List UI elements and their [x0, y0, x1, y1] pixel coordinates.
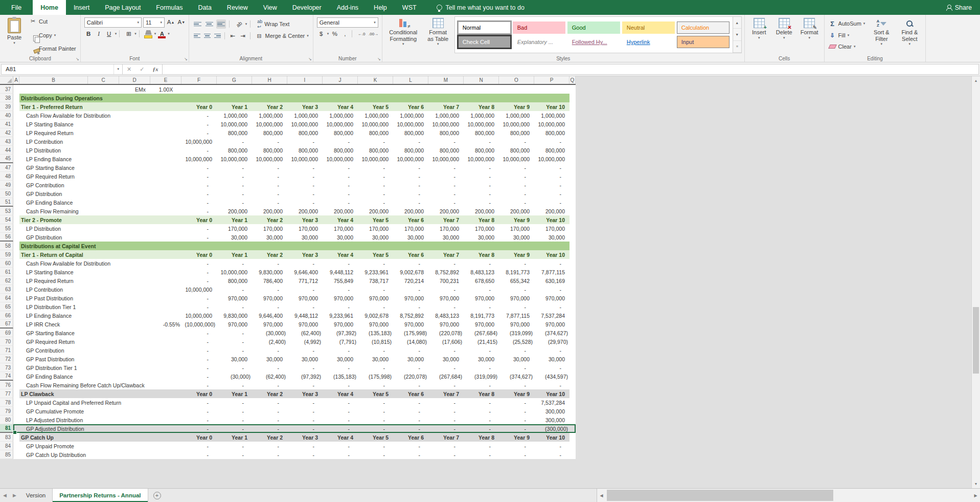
cell[interactable]: - — [393, 181, 428, 189]
cell[interactable] — [13, 259, 19, 268]
cell[interactable] — [569, 416, 576, 424]
row-header-43[interactable]: 43 — [0, 137, 13, 146]
name-box-dropdown[interactable]: ▾ — [113, 64, 122, 74]
row-header-58[interactable]: 58 — [0, 242, 13, 250]
cell[interactable]: LP Ending Balance — [19, 311, 119, 320]
cell[interactable] — [569, 172, 576, 181]
cell[interactable]: - — [181, 363, 217, 372]
cell[interactable]: - — [464, 424, 499, 433]
delete-cells-button[interactable]: ✕Delete▾ — [772, 16, 796, 53]
cell[interactable]: 800,000 — [358, 146, 393, 155]
cell[interactable]: - — [217, 337, 252, 346]
cell[interactable]: (14,080) — [393, 337, 428, 346]
cell[interactable]: (29,970) — [534, 337, 569, 346]
cell[interactable]: 9,448,112 — [287, 311, 323, 320]
cell[interactable]: - — [358, 442, 393, 450]
cell[interactable]: Year 3 — [287, 215, 323, 224]
cell[interactable]: 10,000,000 — [393, 120, 428, 128]
cell[interactable] — [569, 259, 576, 268]
cell[interactable]: 10,000,000 — [499, 120, 534, 128]
cell[interactable] — [569, 302, 576, 311]
ribbon-tab-data[interactable]: Data — [190, 0, 219, 15]
cell[interactable] — [13, 311, 19, 320]
cell[interactable]: - — [358, 198, 393, 207]
scroll-right-arrow[interactable]: ▶ — [971, 493, 980, 498]
gallery-scroll-up[interactable]: ▲ — [733, 17, 741, 29]
scroll-down-arrow[interactable]: ▼ — [972, 479, 980, 488]
fill-color-button[interactable] — [144, 29, 153, 38]
cell[interactable]: 30,000 — [499, 233, 534, 242]
cell[interactable] — [569, 146, 576, 155]
cell[interactable]: 170,000 — [217, 224, 252, 233]
cell[interactable]: 10,000,000 — [217, 268, 252, 276]
cell[interactable]: - — [323, 181, 358, 189]
cell[interactable]: - — [252, 363, 287, 372]
cell[interactable]: - — [534, 259, 569, 268]
number-dialog-launcher[interactable]: ↘ — [377, 57, 381, 61]
cell[interactable]: 200,000 — [393, 207, 428, 215]
cell[interactable]: - — [393, 198, 428, 207]
cell[interactable]: 738,717 — [358, 276, 393, 285]
row-header-69[interactable]: 69 — [0, 329, 13, 337]
cell[interactable]: 200,000 — [499, 207, 534, 215]
column-header-M[interactable]: M — [428, 76, 464, 84]
cell[interactable] — [119, 198, 150, 207]
font-family-select[interactable]: Calibri▾ — [84, 17, 142, 28]
cell[interactable]: 800,000 — [393, 128, 428, 137]
cell[interactable]: Year 6 — [393, 215, 428, 224]
cell[interactable]: - — [181, 424, 217, 433]
align-left-button[interactable] — [193, 31, 201, 40]
column-header-O[interactable]: O — [499, 76, 534, 84]
cell[interactable]: Year 8 — [464, 250, 499, 259]
cell[interactable]: 10,000,000 — [181, 137, 217, 146]
cell[interactable]: Year 9 — [499, 389, 534, 398]
cell[interactable]: - — [181, 268, 217, 276]
cell[interactable]: - — [181, 189, 217, 198]
cell[interactable] — [13, 294, 19, 302]
fill-button[interactable]: ⇩Fill▾ — [827, 32, 867, 39]
decrease-indent-button[interactable]: ⇤ — [229, 31, 237, 40]
cell[interactable]: Year 1 — [217, 215, 252, 224]
cell[interactable]: - — [393, 407, 428, 416]
cell[interactable]: - — [287, 137, 323, 146]
cell[interactable]: 9,830,000 — [217, 311, 252, 320]
orientation-button[interactable]: ab — [233, 18, 245, 31]
cell[interactable]: - — [428, 398, 464, 407]
cell[interactable] — [13, 155, 19, 163]
row-header-49[interactable]: 49 — [0, 181, 13, 189]
cell[interactable] — [569, 242, 576, 250]
cell[interactable]: Cash Flow Available for Distribution — [19, 259, 119, 268]
cell[interactable]: - — [287, 398, 323, 407]
cell[interactable]: - — [181, 198, 217, 207]
row-header-56[interactable]: 56 — [0, 233, 13, 242]
cell[interactable] — [150, 189, 181, 198]
cell[interactable] — [13, 424, 19, 433]
cell[interactable]: (300,000) — [534, 424, 569, 433]
cell[interactable]: LP Unpaid Capital and Preferred Return — [19, 398, 119, 407]
cell[interactable] — [569, 224, 576, 233]
column-header-A[interactable]: A — [13, 76, 19, 84]
cell[interactable]: - — [217, 181, 252, 189]
conditional-formatting-button[interactable]: ≠ Conditional Formatting▾ — [385, 16, 422, 53]
cell[interactable]: 1.00X — [150, 85, 181, 94]
cell[interactable] — [150, 224, 181, 233]
cell[interactable]: (21,415) — [464, 337, 499, 346]
cell[interactable]: 800,000 — [464, 146, 499, 155]
middle-align-button[interactable] — [204, 19, 214, 29]
cell[interactable]: 30,000 — [428, 233, 464, 242]
formula-input[interactable] — [163, 64, 979, 75]
cell[interactable] — [569, 285, 576, 294]
cell[interactable]: - — [499, 407, 534, 416]
accounting-format-button[interactable]: $ — [317, 29, 326, 38]
cell[interactable] — [569, 198, 576, 207]
cell[interactable]: GP Starting Balance — [19, 163, 119, 172]
cell[interactable] — [150, 355, 181, 363]
clipboard-dialog-launcher[interactable]: ↘ — [76, 57, 79, 61]
cell[interactable]: 970,000 — [464, 320, 499, 329]
increase-indent-button[interactable]: ⇥ — [239, 31, 247, 40]
cell[interactable]: - — [464, 285, 499, 294]
cell[interactable]: - — [323, 137, 358, 146]
cell[interactable] — [569, 311, 576, 320]
cell[interactable]: 7,877,115 — [499, 311, 534, 320]
cell[interactable]: - — [534, 189, 569, 198]
